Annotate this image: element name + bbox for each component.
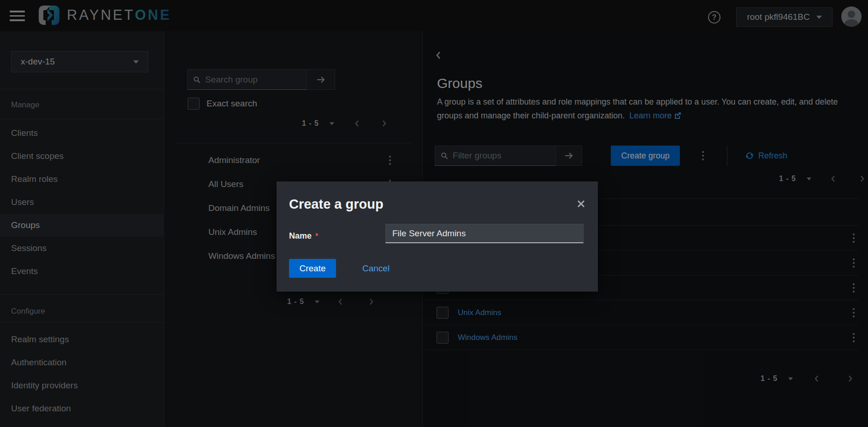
name-field-label: Name* [289,231,385,241]
modal-create-button[interactable]: Create [289,259,336,278]
close-icon[interactable] [577,200,585,208]
required-indicator: * [315,232,318,240]
group-name-input[interactable] [385,224,584,243]
create-group-modal: Create a group Name* Create Cancel [277,181,598,292]
modal-cancel-button[interactable]: Cancel [362,263,390,274]
modal-form: Name* [289,224,584,243]
modal-title: Create a group [289,197,585,212]
modal-actions: Create Cancel [289,259,390,278]
